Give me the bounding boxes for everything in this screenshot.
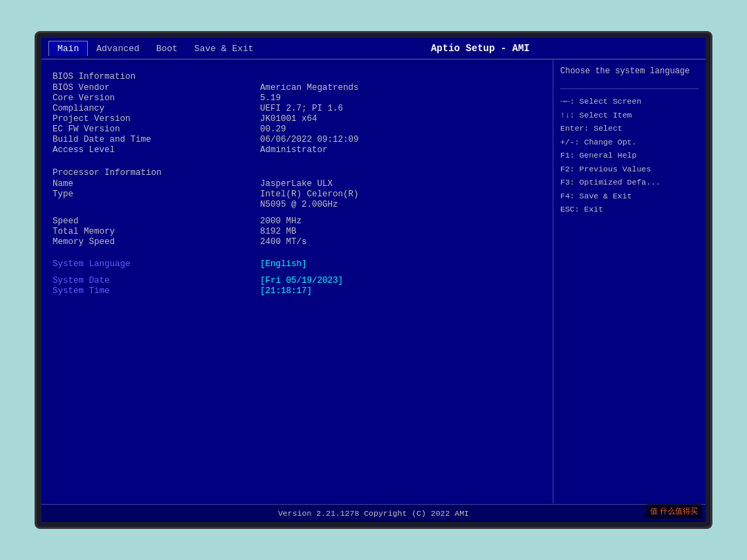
- proc-speed-label: Speed: [53, 216, 260, 226]
- key-help-5: F2: Previous Values: [560, 162, 699, 176]
- proc-type-label: Type: [53, 189, 260, 199]
- panel-divider: [560, 88, 699, 89]
- project-version-label: Project Version: [53, 114, 260, 124]
- proc-name-value: JasperLake ULX: [260, 179, 333, 189]
- system-time-row[interactable]: System Time [21:18:17]: [53, 286, 542, 296]
- watermark: 值 什么值得买: [646, 504, 702, 519]
- memory-speed-value: 2400 MT/s: [260, 237, 307, 247]
- total-memory-label: Total Memory: [53, 227, 260, 236]
- memory-speed-label: Memory Speed: [53, 237, 260, 247]
- system-time-label: System Time: [53, 286, 260, 296]
- main-panel: BIOS Information BIOS Vendor American Me…: [42, 59, 553, 503]
- system-time-value: [21:18:17]: [260, 286, 312, 296]
- key-help-1: ↑↓: Select Item: [560, 109, 699, 122]
- system-language-label: System Language: [53, 259, 260, 269]
- help-text: Choose the system language: [560, 65, 699, 77]
- project-version-value: JK01001 x64: [260, 114, 317, 124]
- proc-name-row: Name JasperLake ULX: [53, 179, 542, 189]
- total-memory-value: 8192 MB: [260, 227, 297, 236]
- tab-advanced[interactable]: Advanced: [88, 41, 147, 56]
- tab-main[interactable]: Main: [48, 41, 88, 56]
- proc-type-cont-label: [53, 200, 260, 209]
- access-level-label: Access Level: [53, 145, 260, 155]
- key-help-0: →←: Select Screen: [560, 95, 699, 109]
- compliancy-row: Compliancy UEFI 2.7; PI 1.6: [53, 104, 542, 113]
- bios-vendor-row: BIOS Vendor American Megatrends: [53, 83, 542, 93]
- key-help-4: F1: General Help: [560, 149, 699, 162]
- content-area: BIOS Information BIOS Vendor American Me…: [42, 59, 706, 503]
- compliancy-label: Compliancy: [53, 104, 260, 113]
- memory-speed-row: Memory Speed 2400 MT/s: [53, 237, 542, 247]
- core-version-label: Core Version: [53, 93, 260, 103]
- proc-name-label: Name: [53, 179, 260, 189]
- key-help-2: Enter: Select: [560, 122, 699, 136]
- system-date-label: System Date: [53, 276, 260, 286]
- system-date-row[interactable]: System Date [Fri 05/19/2023]: [53, 276, 542, 286]
- tab-boot[interactable]: Boot: [148, 41, 186, 56]
- proc-type-cont-row: N5095 @ 2.00GHz: [53, 200, 542, 209]
- monitor-outer: Main Advanced Boot Save & Exit Aptio Set…: [35, 31, 712, 529]
- key-help: →←: Select Screen ↑↓: Select Item Enter:…: [560, 95, 699, 216]
- key-help-8: ESC: Exit: [560, 203, 699, 216]
- right-panel: Choose the system language →←: Select Sc…: [553, 59, 706, 503]
- proc-type-cont-value: N5095 @ 2.00GHz: [260, 200, 338, 209]
- bios-title: Aptio Setup - AMI: [262, 43, 699, 54]
- proc-speed-value: 2000 MHz: [260, 216, 302, 226]
- processor-info-section: Processor Information: [53, 168, 542, 178]
- bios-vendor-value: American Megatrends: [260, 83, 359, 93]
- ec-fw-label: EC FW Version: [53, 124, 260, 134]
- key-help-3: +/-: Change Opt.: [560, 136, 699, 149]
- access-level-row: Access Level Administrator: [53, 145, 542, 155]
- tab-save-exit[interactable]: Save & Exit: [186, 41, 262, 56]
- bios-vendor-label: BIOS Vendor: [53, 83, 260, 93]
- total-memory-row: Total Memory 8192 MB: [53, 227, 542, 236]
- build-date-value: 06/06/2022 09:12:09: [260, 135, 359, 144]
- bios-screen: Main Advanced Boot Save & Exit Aptio Set…: [42, 38, 706, 522]
- build-date-row: Build Date and Time 06/06/2022 09:12:09: [53, 135, 542, 144]
- version-text: Version 2.21.1278 Copyright (C) 2022 AMI: [278, 509, 469, 518]
- ec-fw-value: 00.29: [260, 124, 286, 134]
- core-version-row: Core Version 5.19: [53, 93, 542, 103]
- ec-fw-row: EC FW Version 00.29: [53, 124, 542, 134]
- proc-type-row: Type Intel(R) Celeron(R): [53, 189, 542, 199]
- bios-info-section: BIOS Information: [53, 72, 542, 82]
- core-version-value: 5.19: [260, 93, 281, 103]
- key-help-6: F3: Optimized Defa...: [560, 176, 699, 189]
- key-help-7: F4: Save & Exit: [560, 189, 699, 203]
- compliancy-value: UEFI 2.7; PI 1.6: [260, 104, 343, 113]
- system-date-value: [Fri 05/19/2023]: [260, 276, 343, 286]
- build-date-label: Build Date and Time: [53, 135, 260, 144]
- proc-speed-row: Speed 2000 MHz: [53, 216, 542, 226]
- system-language-row[interactable]: System Language [English]: [53, 259, 542, 269]
- proc-type-value: Intel(R) Celeron(R): [260, 189, 359, 199]
- top-menu: Main Advanced Boot Save & Exit Aptio Set…: [42, 38, 706, 59]
- project-version-row: Project Version JK01001 x64: [53, 114, 542, 124]
- access-level-value: Administrator: [260, 145, 328, 155]
- bottom-bar: Version 2.21.1278 Copyright (C) 2022 AMI: [42, 504, 706, 522]
- system-language-value: [English]: [260, 259, 307, 269]
